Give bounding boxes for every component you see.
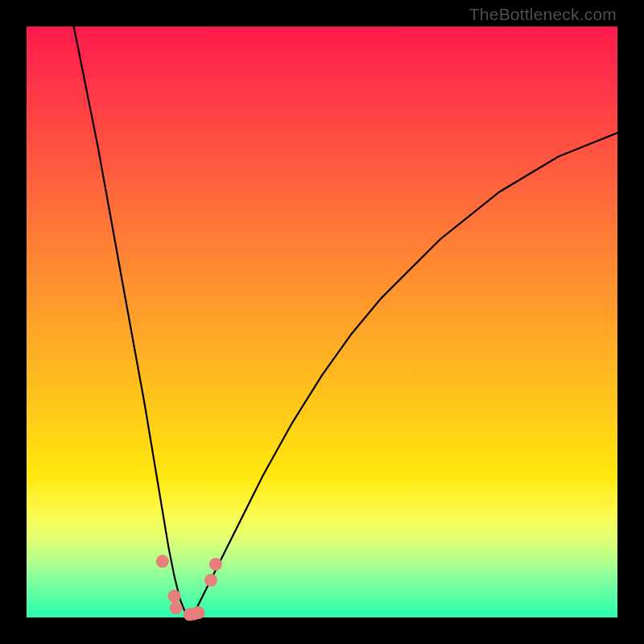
data-marker-6	[204, 574, 217, 587]
data-marker-5	[192, 606, 205, 619]
data-marker-0	[156, 555, 169, 568]
curve-group	[74, 27, 617, 614]
plot-area	[27, 27, 617, 617]
marker-group	[156, 555, 222, 621]
data-marker-7	[209, 558, 222, 571]
data-marker-1	[168, 590, 181, 603]
bottleneck-curve-svg	[27, 27, 617, 617]
chart-frame: TheBottleneck.com	[0, 0, 644, 644]
data-marker-2	[170, 601, 183, 614]
watermark-text: TheBottleneck.com	[469, 5, 617, 24]
bottleneck-curve-path	[74, 27, 617, 614]
